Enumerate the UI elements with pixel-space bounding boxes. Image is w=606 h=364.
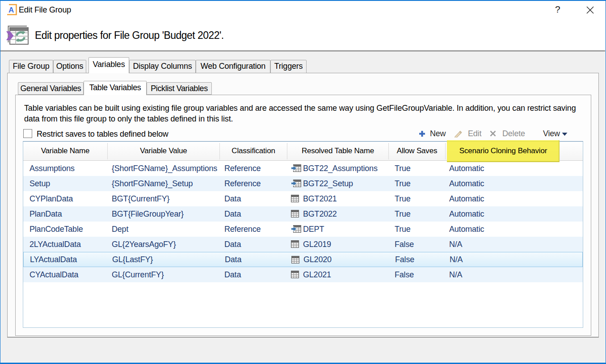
svg-text:A: A xyxy=(8,6,14,14)
